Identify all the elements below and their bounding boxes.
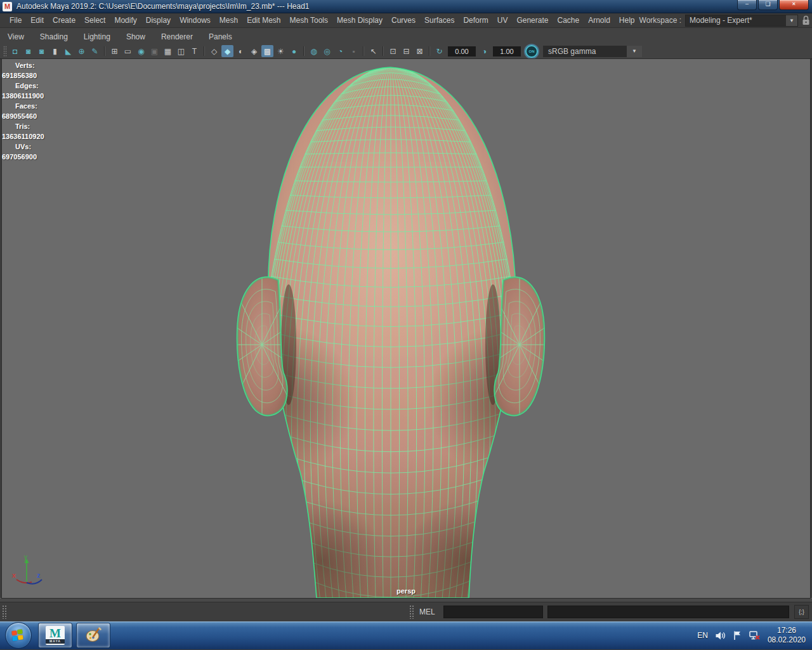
exposure-field[interactable]: 0.00 (448, 46, 476, 56)
head-model[interactable] (2, 59, 810, 598)
isolate-add-icon[interactable]: ⊟ (400, 45, 412, 57)
maya-window: M Autodesk Maya 2019.2: C:\Users\E\Docum… (0, 0, 812, 650)
mel-command-input[interactable] (443, 606, 543, 618)
view-axis-indicator: y x z (7, 554, 46, 588)
occlusion-icon[interactable]: ◎ (321, 45, 333, 57)
workspace-selector: Workspace : Modeling - Expert* ▼ (639, 15, 810, 27)
command-result-field[interactable] (547, 606, 789, 618)
menu-arnold[interactable]: Arnold (584, 16, 615, 25)
command-line-grip[interactable] (2, 605, 7, 619)
menu-file[interactable]: File (5, 16, 26, 25)
panel-menu-list: ViewShadingLightingShowRendererPanels (0, 28, 812, 44)
wireframe-on-shaded-icon[interactable]: ◈ (248, 45, 260, 57)
field-chart-icon[interactable]: ▦ (162, 45, 174, 57)
workspace-dropdown[interactable]: Modeling - Expert* ▼ (685, 15, 798, 27)
network-status-icon[interactable] (749, 630, 761, 640)
panel-menu-show[interactable]: Show (126, 32, 145, 41)
playblast-camera-icon[interactable]: ◘ (9, 45, 21, 57)
panel-menu-renderer[interactable]: Renderer (161, 32, 193, 41)
used-lights-icon[interactable]: ● (288, 45, 300, 57)
checker-material-icon[interactable]: ▩ (261, 45, 273, 57)
view-transform-dropdown[interactable]: sRGB gamma▼ (543, 46, 642, 57)
volume-icon[interactable] (715, 631, 726, 640)
panel-menu-panels[interactable]: Panels (209, 32, 232, 41)
hud-row-verts-: Verts: (15, 59, 63, 72)
smooth-shade-display-icon[interactable]: ◆ (221, 45, 233, 57)
paint-icon (85, 627, 102, 644)
lock-icon (802, 15, 810, 25)
script-editor-button[interactable]: {;} (794, 605, 809, 619)
menu-create[interactable]: Create (48, 16, 80, 25)
pan-zoom-tool-icon[interactable]: ⊕ (75, 45, 88, 57)
color-management-toggle[interactable]: ON (525, 45, 538, 58)
menu-uv[interactable]: UV (493, 16, 513, 25)
view-transform-value: sRGB gamma (548, 47, 627, 56)
mel-label[interactable]: MEL (419, 607, 435, 616)
contrast-icon[interactable]: ◑ (478, 45, 490, 57)
camera-lock-icon[interactable]: ◙ (22, 45, 34, 57)
maya-taskbar-icon: M MAYA (46, 626, 65, 645)
camera-name-label: persp (2, 587, 810, 595)
menu-cache[interactable]: Cache (553, 16, 584, 25)
menu-mesh-display[interactable]: Mesh Display (332, 16, 387, 25)
close-button[interactable]: × (779, 0, 809, 10)
panel-menu-shading[interactable]: Shading (40, 32, 68, 41)
gate-mask-icon[interactable]: ▣ (148, 45, 160, 57)
menu-generate[interactable]: Generate (512, 16, 553, 25)
isolate-select-icon[interactable]: ⊡ (387, 45, 399, 57)
isolate-remove-icon[interactable]: ⊠ (414, 45, 426, 57)
menu-list: FileEditCreateSelectModifyDisplayWindows… (5, 16, 639, 25)
poly-count-hud: Verts:691856380 Edges:13806111900 Faces:… (2, 59, 63, 161)
minimize-button[interactable]: – (737, 0, 757, 10)
menu-select[interactable]: Select (80, 16, 110, 25)
window-controls: – ❏ × (736, 0, 809, 10)
toolbar-grip[interactable] (3, 46, 6, 56)
menu-edit-mesh[interactable]: Edit Mesh (242, 16, 285, 25)
menu-help[interactable]: Help (615, 16, 639, 25)
menu-windows[interactable]: Windows (175, 16, 215, 25)
menu-deform[interactable]: Deform (459, 16, 492, 25)
menu-display[interactable]: Display (141, 16, 175, 25)
maximize-button[interactable]: ❏ (758, 0, 778, 10)
wireframe-display-icon[interactable]: ◇ (208, 45, 220, 57)
chevron-down-icon[interactable]: ▼ (627, 46, 642, 57)
clock[interactable]: 17:26 08.02.2020 (768, 626, 806, 645)
menu-mesh[interactable]: Mesh (215, 16, 242, 25)
multisample-icon[interactable]: ▪ (348, 45, 360, 57)
command-line-grip2[interactable] (409, 605, 414, 619)
film-gate-icon[interactable]: ▭ (122, 45, 134, 57)
safe-action-icon[interactable]: ◫ (175, 45, 187, 57)
panel-menu-lighting[interactable]: Lighting (84, 32, 110, 41)
image-plane-icon[interactable]: ◣ (62, 45, 74, 57)
textured-display-icon[interactable]: ◐ (235, 45, 247, 57)
bookmark-icon[interactable]: ▮ (49, 45, 61, 57)
taskbar: M MAYA EN (0, 621, 812, 649)
grease-pencil-icon[interactable]: ✎ (89, 45, 101, 57)
safe-title-icon[interactable]: T (188, 45, 200, 57)
motion-blur-icon[interactable]: ◔ (334, 45, 346, 57)
titlebar[interactable]: M Autodesk Maya 2019.2: C:\Users\E\Docum… (0, 0, 812, 13)
contrast-field[interactable]: 1.00 (493, 46, 521, 56)
language-indicator[interactable]: EN (697, 631, 708, 640)
menu-curves[interactable]: Curves (387, 16, 420, 25)
taskbar-paint-button[interactable] (76, 623, 110, 648)
panel-menu-view[interactable]: View (8, 32, 24, 41)
resolution-gate-icon[interactable]: ◉ (135, 45, 147, 57)
action-center-flag-icon[interactable] (733, 630, 742, 640)
chevron-down-icon[interactable]: ▼ (786, 15, 797, 26)
default-lighting-icon[interactable]: ☀ (275, 45, 287, 57)
object-select-icon[interactable]: ↖ (367, 45, 379, 57)
exposure-icon[interactable]: ↻ (433, 45, 445, 57)
start-button[interactable] (5, 622, 32, 649)
shadows-icon[interactable]: ◍ (308, 45, 320, 57)
menu-surfaces[interactable]: Surfaces (420, 16, 459, 25)
grid-icon[interactable]: ⊞ (108, 45, 121, 57)
taskbar-maya-button[interactable]: M MAYA (38, 623, 72, 648)
main-menubar: FileEditCreateSelectModifyDisplayWindows… (0, 13, 812, 28)
viewport-panel[interactable]: Verts:691856380 Edges:13806111900 Faces:… (2, 59, 810, 598)
camera-settings-icon[interactable]: ◙ (36, 45, 48, 57)
menu-modify[interactable]: Modify (110, 16, 141, 25)
menu-edit[interactable]: Edit (26, 16, 48, 25)
menu-mesh-tools[interactable]: Mesh Tools (285, 16, 332, 25)
axis-z-label: z (37, 571, 41, 579)
